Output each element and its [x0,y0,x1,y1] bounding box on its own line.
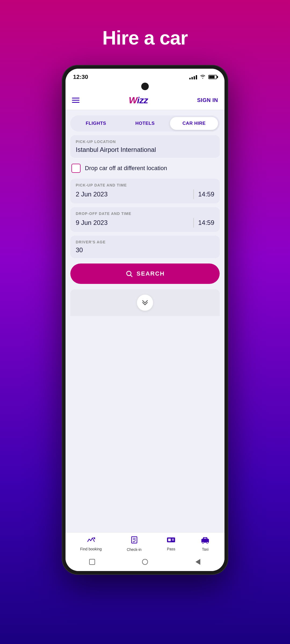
status-icons [189,74,217,80]
camera-notch [66,83,224,92]
find-booking-icon [87,536,95,545]
drivers-age-label: DRIVER'S AGE [76,240,214,244]
status-bar: 12:30 [66,69,224,83]
nav-taxi[interactable]: Taxi [201,536,210,551]
tab-hotels[interactable]: HOTELS [121,117,169,130]
chevron-down-icon [141,299,149,306]
menu-button[interactable] [72,98,79,103]
battery-icon [208,75,217,79]
nav-find-booking-label: Find booking [80,547,102,551]
svg-point-0 [126,271,131,276]
tab-bar: FLIGHTS HOTELS CAR HIRE [70,115,220,131]
drop-off-label: Drop car off at different location [85,165,167,172]
svg-rect-13 [204,538,206,539]
wizz-logo: Wizz [129,95,148,105]
search-button-label: SEARCH [137,270,165,277]
pickup-location-value: Istanbul Airport International [76,146,214,153]
android-home-button[interactable] [140,557,150,567]
page-title: Hire a car [102,27,188,49]
phone-frame: 12:30 [62,65,228,575]
nav-check-in-label: Check-in [127,547,142,552]
pickup-date-time-row: 2 Jun 2023 14:59 [76,189,214,199]
check-in-icon [131,536,138,546]
dropoff-date-time-row: 9 Jun 2023 14:59 [76,218,214,228]
pickup-location-label: PICK-UP LOCATION [76,140,214,144]
search-icon [125,270,133,277]
phone-screen: 12:30 [66,69,224,571]
scroll-hint [70,289,220,316]
sign-in-button[interactable]: SIGN IN [197,97,218,103]
svg-line-1 [130,275,132,277]
nav-check-in[interactable]: Check-in [127,536,142,552]
android-back-button[interactable] [193,557,203,567]
time-separator [193,189,194,199]
pickup-date-label: PICK-UP DATE AND TIME [76,183,214,187]
wifi-icon [200,74,206,80]
dropoff-date-value: 9 Jun 2023 [76,219,189,226]
drop-off-checkbox-row[interactable]: Drop car off at different location [70,162,220,175]
main-content: FLIGHTS HOTELS CAR HIRE PICK-UP LOCATION… [66,110,224,532]
dropoff-datetime-field[interactable]: DROP-OFF DATE AND TIME 9 Jun 2023 14:59 [70,207,220,232]
dropoff-date-label: DROP-OFF DATE AND TIME [76,211,214,216]
nav-find-booking[interactable]: Find booking [80,536,102,551]
taxi-icon [201,536,210,546]
bottom-nav: Find booking Check-in [66,532,224,554]
svg-rect-7 [168,539,171,541]
time-separator-2 [193,218,194,228]
drivers-age-value: 30 [76,246,214,254]
pickup-time-value: 14:59 [198,191,214,198]
front-camera [141,83,149,90]
svg-point-12 [206,542,208,543]
search-button[interactable]: SEARCH [70,264,220,284]
drop-off-checkbox[interactable] [71,164,81,173]
drivers-age-field[interactable]: DRIVER'S AGE 30 [70,236,220,258]
signal-icon [189,75,197,79]
pickup-location-field[interactable]: PICK-UP LOCATION Istanbul Airport Intern… [70,135,220,158]
pickup-date-value: 2 Jun 2023 [76,191,189,198]
app-header: Wizz SIGN IN [66,92,224,110]
svg-point-11 [202,542,204,543]
android-nav-bar [66,554,224,571]
android-recent-button[interactable] [87,557,97,567]
pass-icon [166,536,176,545]
nav-pass-label: Pass [167,547,175,551]
scroll-hint-circle [137,295,153,311]
pickup-datetime-field[interactable]: PICK-UP DATE AND TIME 2 Jun 2023 14:59 [70,179,220,203]
tab-flights[interactable]: FLIGHTS [72,117,120,130]
nav-taxi-label: Taxi [202,547,209,551]
tab-car-hire[interactable]: CAR HIRE [170,117,218,130]
status-time: 12:30 [73,74,88,80]
dropoff-time-value: 14:59 [198,219,214,226]
nav-pass[interactable]: Pass [166,536,176,551]
